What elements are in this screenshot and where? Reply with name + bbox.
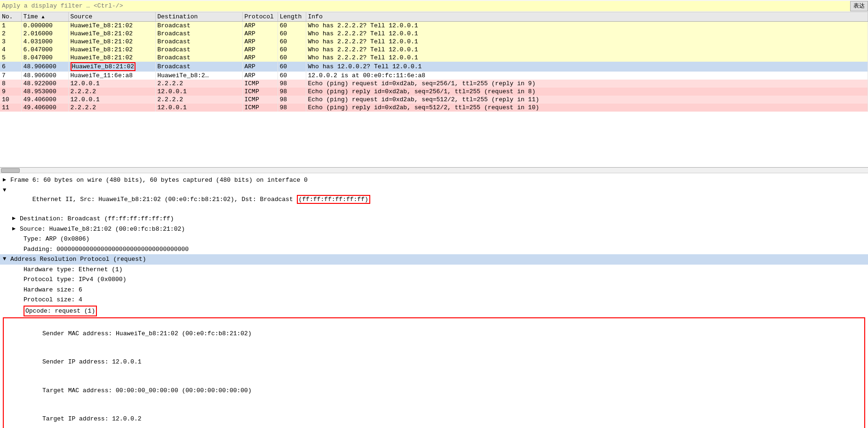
sender-ip-indent [28, 358, 42, 365]
cell-src: 12.0.0.1 [68, 96, 155, 104]
cell-dst: Broadcast [155, 30, 242, 38]
frame-expander[interactable]: ▶ [3, 176, 9, 184]
sender-mac-indent [28, 330, 42, 337]
cell-dst: 12.0.0.1 [155, 88, 242, 96]
cell-len: 60 [278, 62, 306, 72]
src-expander[interactable]: ▶ [12, 225, 19, 233]
cell-info: Who has 2.2.2.2? Tell 12.0.0.1 [306, 46, 868, 54]
detail-panel: ▶ Frame 6: 60 bytes on wire (480 bits), … [0, 173, 868, 428]
hw-size-text: Hardware size: 6 [24, 285, 865, 295]
cell-no: 3 [0, 38, 21, 46]
cell-src: 2.2.2.2 [68, 104, 155, 112]
cell-time: 8.047000 [21, 54, 68, 62]
opcode-text: Opcode: request (1) [24, 306, 97, 317]
cell-src: HuaweiTe_11:6e:a8 [68, 72, 155, 80]
table-row[interactable]: 1049.40600012.0.0.12.2.2.2ICMP98Echo (pi… [0, 96, 868, 104]
hscroll-thumb[interactable] [1, 168, 20, 173]
cell-dst: Broadcast [155, 54, 242, 62]
target-ip-indent [28, 415, 42, 422]
target-ip-line: Target IP address: 12.0.0.2 [6, 405, 862, 428]
cell-dst: Broadcast [155, 38, 242, 46]
table-row[interactable]: 58.047000HuaweiTe_b8:21:02BroadcastARP60… [0, 54, 868, 62]
cell-proto: ICMP [242, 96, 278, 104]
frame-text: Frame 6: 60 bytes on wire (480 bits), 60… [10, 176, 865, 185]
cell-time: 6.047000 [21, 46, 68, 54]
cell-len: 60 [278, 30, 306, 38]
table-row[interactable]: 648.906000HuaweiTe_b8:21:02BroadcastARP6… [0, 62, 868, 72]
cell-info: Echo (ping) request id=0xd2ab, seq=256/1… [306, 80, 868, 88]
cell-time: 48.906000 [21, 72, 68, 80]
table-row[interactable]: 848.92200012.0.0.12.2.2.2ICMP98Echo (pin… [0, 80, 868, 88]
cell-len: 98 [278, 88, 306, 96]
arp-header-text: Address Resolution Protocol (request) [10, 255, 865, 264]
frame-line: ▶ Frame 6: 60 bytes on wire (480 bits), … [0, 175, 868, 186]
cell-no: 1 [0, 22, 21, 30]
col-destination: Destination [155, 12, 242, 22]
proto-size-line: Protocol size: 4 [0, 295, 868, 305]
cell-time: 48.906000 [21, 62, 68, 72]
cell-len: 98 [278, 96, 306, 104]
table-header: No. Time ▲ Source Destination Protocol L… [0, 12, 868, 22]
target-mac-text: Target MAC address: 00:00:00_00:00:00 (0… [42, 387, 252, 394]
cell-len: 60 [278, 54, 306, 62]
sender-target-block: Sender MAC address: HuaweiTe_b8:21:02 (0… [3, 317, 865, 428]
cell-time: 48.953000 [21, 88, 68, 96]
cell-info: Echo (ping) reply id=0xd2ab, seq=256/1, … [306, 88, 868, 96]
sender-ip-text: Sender IP address: 12.0.0.1 [42, 358, 142, 365]
padding-text: Padding: 0000000000000000000000000000000… [24, 245, 865, 254]
table-row[interactable]: 10.000000HuaweiTe_b8:21:02BroadcastARP60… [0, 22, 868, 30]
cell-dst: 12.0.0.1 [155, 104, 242, 112]
cell-proto: ARP [242, 30, 278, 38]
hscroll-bar [0, 168, 868, 173]
filter-bar: 表达 [0, 0, 868, 12]
cell-time: 4.031000 [21, 38, 68, 46]
cell-no: 6 [0, 62, 21, 72]
table-row[interactable]: 1149.4060002.2.2.212.0.0.1ICMP98Echo (pi… [0, 104, 868, 112]
cell-info: Who has 2.2.2.2? Tell 12.0.0.1 [306, 54, 868, 62]
arp-expander[interactable]: ▼ [3, 255, 9, 263]
cell-time: 49.406000 [21, 104, 68, 112]
type-text: Type: ARP (0x0806) [24, 234, 865, 244]
hw-type-line: Hardware type: Ethernet (1) [0, 265, 868, 275]
cell-src: HuaweiTe_b8:21:02 [68, 38, 155, 46]
col-info: Info [306, 12, 868, 22]
cell-len: 60 [278, 46, 306, 54]
hw-type-text: Hardware type: Ethernet (1) [24, 265, 865, 275]
cell-no: 8 [0, 80, 21, 88]
padding-line: Padding: 0000000000000000000000000000000… [0, 244, 868, 255]
cell-len: 60 [278, 22, 306, 30]
cell-proto: ARP [242, 72, 278, 80]
table-row[interactable]: 748.906000HuaweiTe_11:6e:a8HuaweiTe_b8:2… [0, 72, 868, 80]
cell-proto: ARP [242, 54, 278, 62]
cell-time: 0.000000 [21, 22, 68, 30]
col-time[interactable]: Time ▲ [21, 12, 68, 22]
table-row[interactable]: 46.047000HuaweiTe_b8:21:02BroadcastARP60… [0, 46, 868, 54]
cell-len: 98 [278, 104, 306, 112]
dst-expander[interactable]: ▶ [12, 214, 19, 223]
table-row[interactable]: 34.031000HuaweiTe_b8:21:02BroadcastARP60… [0, 38, 868, 46]
ethernet-expander[interactable]: ▼ [3, 186, 9, 194]
dst-mac-highlight: (ff:ff:ff:ff:ff:ff) [297, 195, 370, 204]
hw-size-line: Hardware size: 6 [0, 285, 868, 295]
display-button[interactable]: 表达 [850, 1, 868, 11]
cell-len: 98 [278, 80, 306, 88]
cell-src: HuaweiTe_b8:21:02 [68, 22, 155, 30]
filter-input[interactable] [0, 1, 850, 11]
proto-type-line: Protocol type: IPv4 (0x0800) [0, 275, 868, 285]
sender-mac-line: Sender MAC address: HuaweiTe_b8:21:02 (0… [6, 319, 862, 348]
cell-dst: Broadcast [155, 46, 242, 54]
col-protocol: Protocol [242, 12, 278, 22]
cell-no: 5 [0, 54, 21, 62]
table-row[interactable]: 948.9530002.2.2.212.0.0.1ICMP98Echo (pin… [0, 88, 868, 96]
proto-type-text: Protocol type: IPv4 (0x0800) [24, 275, 865, 284]
cell-info: 12.0.0.2 is at 00:e0:fc:11:6e:a8 [306, 72, 868, 80]
proto-size-text: Protocol size: 4 [24, 295, 865, 305]
cell-proto: ICMP [242, 88, 278, 96]
dst-text: Destination: Broadcast (ff:ff:ff:ff:ff:f… [20, 214, 865, 224]
cell-info: Who has 2.2.2.2? Tell 12.0.0.1 [306, 30, 868, 38]
cell-dst: Broadcast [155, 22, 242, 30]
type-line: Type: ARP (0x0806) [0, 234, 868, 244]
table-row[interactable]: 22.016000HuaweiTe_b8:21:02BroadcastARP60… [0, 30, 868, 38]
cell-src: 2.2.2.2 [68, 88, 155, 96]
packet-table: No. Time ▲ Source Destination Protocol L… [0, 12, 868, 112]
